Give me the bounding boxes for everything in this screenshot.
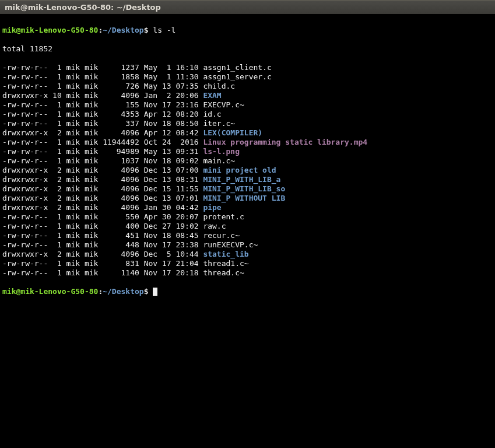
file-name: thread1.c~ — [203, 259, 248, 268]
file-meta: -rw-rw-r-- 1 mik mik 4353 Apr 12 08:20 — [2, 110, 203, 118]
list-item: -rw-rw-r-- 1 mik mik 1237 May 1 16:10 as… — [2, 63, 493, 72]
list-item: -rw-rw-r-- 1 mik mik 94989 May 13 09:31 … — [2, 147, 493, 156]
file-name: MINI_P WITHOUT LIB — [203, 194, 285, 202]
file-name: iter.c~ — [203, 119, 235, 128]
list-item: -rw-rw-r-- 1 mik mik 448 Nov 17 23:38 ru… — [2, 240, 493, 250]
file-meta: -rw-rw-r-- 1 mik mik 448 Nov 17 23:38 — [2, 240, 203, 249]
file-meta: drwxrwxr-x 2 mik mik 4096 Apr 12 08:42 — [2, 128, 203, 137]
file-meta: -rw-rw-r-- 1 mik mik 550 Apr 30 20:07 — [2, 212, 203, 221]
file-name: assgn1_client.c — [203, 63, 271, 72]
list-item: drwxrwxr-x 2 mik mik 4096 Dec 5 10:44 st… — [2, 250, 493, 259]
file-meta: -rw-rw-r-- 1 mik mik 400 Dec 27 19:02 — [2, 222, 203, 230]
file-name: id.c — [203, 110, 221, 118]
file-meta: drwxrwxr-x 2 mik mik 4096 Dec 13 08:31 — [2, 175, 203, 184]
file-meta: -rw-rw-r-- 1 mik mik 831 Nov 17 21:04 — [2, 259, 203, 268]
file-name: recur.c~ — [203, 231, 240, 240]
prompt-path: ~/Desktop — [103, 26, 143, 34]
list-item: -rw-rw-r-- 1 mik mik 11944492 Oct 24 201… — [2, 138, 493, 147]
file-meta: drwxrwxr-x 2 mik mik 4096 Dec 13 07:00 — [2, 166, 203, 174]
prompt-line: mik@mik-Lenovo-G50-80:~/Desktop$ ls -l — [2, 26, 493, 35]
file-meta: -rw-rw-r-- 1 mik mik 11944492 Oct 24 201… — [2, 138, 203, 146]
list-item: drwxrwxr-x 2 mik mik 4096 Jan 30 04:42 p… — [2, 203, 493, 212]
file-name: mini project old — [203, 166, 276, 174]
list-item: -rw-rw-r-- 1 mik mik 337 Nov 18 08:50 it… — [2, 119, 493, 128]
window-title: mik@mik-Lenovo-G50-80: ~/Desktop — [5, 3, 161, 12]
file-name: child.c — [203, 82, 235, 90]
file-meta: -rw-rw-r-- 1 mik mik 1037 Nov 18 09:02 — [2, 156, 203, 165]
file-name: assgn1_server.c — [203, 72, 271, 81]
file-name: MINI_P_WITH_LIB_so — [203, 184, 285, 193]
window-titlebar[interactable]: mik@mik-Lenovo-G50-80: ~/Desktop — [0, 0, 495, 14]
list-item: -rw-rw-r-- 1 mik mik 451 Nov 18 08:45 re… — [2, 231, 493, 240]
file-name: pipe — [203, 203, 221, 212]
file-meta: drwxrwxr-x 2 mik mik 4096 Jan 30 04:42 — [2, 203, 203, 212]
file-name: ls-l.png — [203, 147, 240, 156]
file-name: main.c~ — [203, 156, 235, 165]
file-listing: -rw-rw-r-- 1 mik mik 1237 May 1 16:10 as… — [2, 63, 493, 278]
list-item: drwxrwxr-x 2 mik mik 4096 Apr 12 08:42 L… — [2, 128, 493, 138]
file-name: raw.c — [203, 222, 226, 230]
file-meta: drwxrwxr-x 10 mik mik 4096 Jan 2 20:06 — [2, 91, 203, 100]
prompt-dollar: $ — [144, 287, 153, 296]
prompt-userhost: mik@mik-Lenovo-G50-80 — [2, 287, 98, 296]
file-meta: -rw-rw-r-- 1 mik mik 155 Nov 17 23:16 — [2, 100, 203, 109]
list-item: -rw-rw-r-- 1 mik mik 1037 Nov 18 09:02 m… — [2, 156, 493, 166]
list-item: -rw-rw-r-- 1 mik mik 155 Nov 17 23:16 EX… — [2, 100, 493, 110]
file-meta: -rw-rw-r-- 1 mik mik 1237 May 1 16:10 — [2, 63, 203, 72]
list-item: -rw-rw-r-- 1 mik mik 1858 May 1 11:30 as… — [2, 72, 493, 82]
file-meta: -rw-rw-r-- 1 mik mik 1858 May 1 11:30 — [2, 72, 203, 81]
prompt-line-2: mik@mik-Lenovo-G50-80:~/Desktop$ — [2, 287, 493, 296]
file-meta: -rw-rw-r-- 1 mik mik 726 May 13 07:35 — [2, 82, 203, 90]
file-meta: -rw-rw-r-- 1 mik mik 94989 May 13 09:31 — [2, 147, 203, 156]
file-name: thread.c~ — [203, 268, 244, 277]
list-item: drwxrwxr-x 2 mik mik 4096 Dec 13 07:00 m… — [2, 166, 493, 175]
file-name: MINI_P_WITH_LIB_a — [203, 175, 280, 184]
file-name: LEX(COMPILER) — [203, 128, 262, 137]
terminal-output[interactable]: mik@mik-Lenovo-G50-80:~/Desktop$ ls -l t… — [0, 14, 495, 308]
list-item: drwxrwxr-x 2 mik mik 4096 Dec 13 08:31 M… — [2, 175, 493, 184]
list-item: -rw-rw-r-- 1 mik mik 550 Apr 30 20:07 pr… — [2, 212, 493, 222]
entered-command: ls -l — [153, 26, 175, 34]
list-item: -rw-rw-r-- 1 mik mik 400 Dec 27 19:02 ra… — [2, 222, 493, 231]
total-line: total 11852 — [2, 44, 493, 54]
file-meta: drwxrwxr-x 2 mik mik 4096 Dec 13 07:01 — [2, 194, 203, 202]
file-meta: drwxrwxr-x 2 mik mik 4096 Dec 5 10:44 — [2, 250, 203, 258]
file-meta: drwxrwxr-x 2 mik mik 4096 Dec 15 11:55 — [2, 184, 203, 193]
list-item: drwxrwxr-x 2 mik mik 4096 Dec 15 11:55 M… — [2, 184, 493, 194]
list-item: -rw-rw-r-- 1 mik mik 831 Nov 17 21:04 th… — [2, 259, 493, 268]
prompt-userhost: mik@mik-Lenovo-G50-80 — [2, 26, 98, 34]
file-name: Linux programming static library.mp4 — [203, 138, 367, 146]
file-meta: -rw-rw-r-- 1 mik mik 1140 Nov 17 20:18 — [2, 268, 203, 277]
list-item: drwxrwxr-x 10 mik mik 4096 Jan 2 20:06 E… — [2, 91, 493, 100]
prompt-path: ~/Desktop — [103, 287, 143, 296]
file-meta: -rw-rw-r-- 1 mik mik 451 Nov 18 08:45 — [2, 231, 203, 240]
file-name: EXAM — [203, 91, 221, 100]
file-name: EXECVP.c~ — [203, 100, 244, 109]
list-item: drwxrwxr-x 2 mik mik 4096 Dec 13 07:01 M… — [2, 194, 493, 203]
file-name: static_lib — [203, 250, 248, 258]
list-item: -rw-rw-r-- 1 mik mik 726 May 13 07:35 ch… — [2, 82, 493, 91]
list-item: -rw-rw-r-- 1 mik mik 1140 Nov 17 20:18 t… — [2, 268, 493, 278]
cursor-block — [153, 288, 157, 296]
file-meta: -rw-rw-r-- 1 mik mik 337 Nov 18 08:50 — [2, 119, 203, 128]
list-item: -rw-rw-r-- 1 mik mik 4353 Apr 12 08:20 i… — [2, 110, 493, 119]
file-name: protent.c — [203, 212, 244, 221]
file-name: runEXECVP.c~ — [203, 240, 258, 249]
prompt-dollar: $ — [144, 26, 153, 34]
